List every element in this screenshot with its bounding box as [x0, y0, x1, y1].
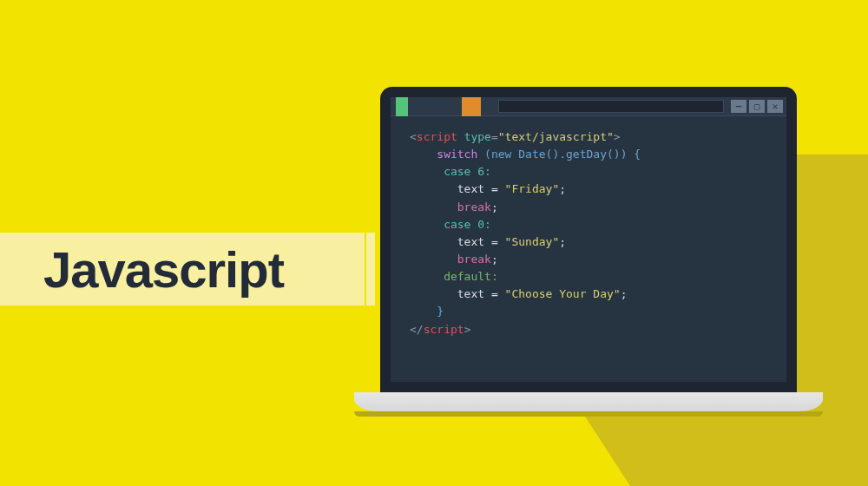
screen-frame: — ▢ ✕ <script type="text/javascript"> sw…	[380, 87, 797, 392]
laptop-base-shadow	[354, 411, 823, 417]
minimize-icon: —	[731, 100, 746, 113]
laptop-illustration: — ▢ ✕ <script type="text/javascript"> sw…	[380, 87, 797, 417]
window-controls: — ▢ ✕	[731, 100, 783, 113]
stripe-decoration-left	[335, 233, 375, 305]
window-topbar: — ▢ ✕	[391, 97, 786, 116]
maximize-icon: ▢	[749, 100, 765, 113]
tab-indicator-green	[396, 97, 408, 116]
editor-screen: — ▢ ✕ <script type="text/javascript"> sw…	[391, 97, 786, 382]
address-bar	[498, 100, 724, 113]
close-icon: ✕	[767, 100, 783, 113]
laptop-base	[354, 392, 823, 411]
code-snippet: <script type="text/javascript"> switch (…	[410, 128, 778, 338]
page-title: Javascript	[0, 240, 284, 299]
title-band: Javascript	[0, 233, 365, 305]
tab-indicator-orange	[462, 97, 481, 116]
